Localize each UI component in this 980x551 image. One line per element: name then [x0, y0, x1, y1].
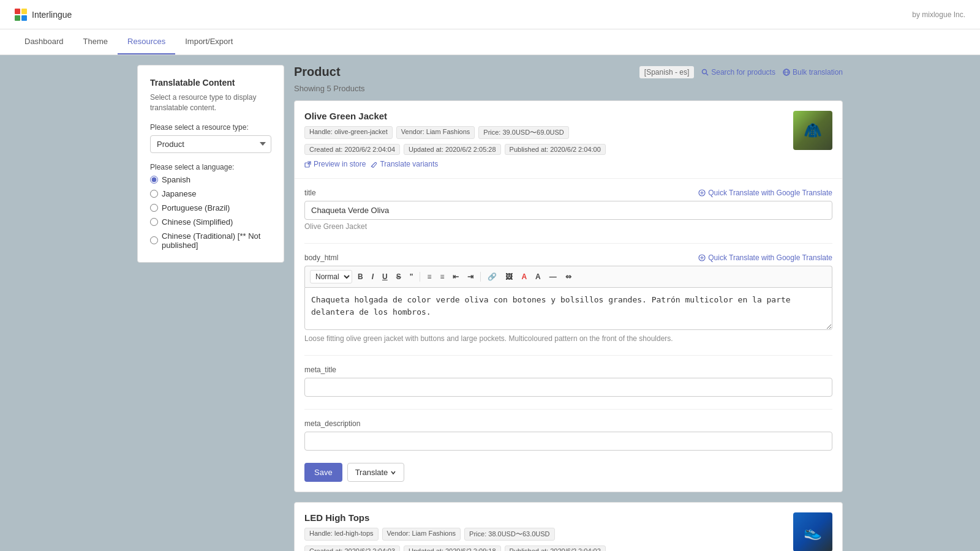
chevron-down-icon [390, 470, 396, 476]
field-editor-body-olive[interactable]: Chaqueta holgada de color verde oliva co… [304, 287, 832, 330]
app-by: by mixlogue Inc. [912, 10, 965, 19]
product-name-olive: Olive Green Jacket [304, 111, 786, 121]
toolbar-hr[interactable]: — [546, 272, 560, 282]
field-label-meta-title-olive: meta_title [304, 365, 336, 374]
field-input-meta-desc-olive[interactable] [304, 432, 832, 451]
toolbar-italic[interactable]: I [369, 272, 377, 282]
editor-toolbar-body: Normal B I U S " ≡ ≡ ⇤ ⇥ 🔗 � [304, 266, 832, 287]
search-icon [701, 69, 709, 76]
main-content: Translatable Content Select a resource t… [123, 55, 858, 551]
header-right: by mixlogue Inc. [912, 10, 965, 19]
field-label-title-olive: title [304, 189, 316, 197]
toolbar-underline[interactable]: U [379, 272, 391, 282]
language-spanish-radio[interactable] [150, 176, 158, 184]
toolbar-list-ordered[interactable]: ≡ [437, 272, 447, 282]
toolbar-bold[interactable]: B [355, 272, 366, 282]
search-products-link[interactable]: Search for products [701, 68, 775, 77]
resource-type-label: Please select a resource type: [150, 123, 271, 132]
toolbar-strikethrough[interactable]: S [393, 272, 404, 282]
translate-button-olive[interactable]: Translate [347, 463, 405, 482]
external-link-icon [304, 161, 311, 168]
nav-tabs: Dashboard Theme Resources Import/Export [0, 29, 980, 55]
content-header: Product [Spanish - es] Search for produc… [294, 65, 843, 79]
save-button-olive[interactable]: Save [304, 463, 342, 482]
toolbar-list-unordered[interactable]: ≡ [424, 272, 434, 282]
translation-fields-olive: title Quick Translate with Google Transl… [295, 179, 842, 492]
svg-rect-0 [15, 9, 20, 14]
tab-resources[interactable]: Resources [118, 29, 175, 54]
language-chinese-simplified-radio[interactable] [150, 218, 158, 226]
field-section-title-olive: title Quick Translate with Google Transl… [304, 189, 832, 231]
product-card-led-high-tops: LED High Tops Handle: led-high-tops Vend… [294, 502, 843, 551]
divider-2 [304, 355, 832, 356]
preview-store-button-olive[interactable]: Preview in store [304, 160, 366, 168]
language-radio-group: Spanish Japanese Portuguese (Brazil) Chi… [150, 175, 271, 250]
language-spanish[interactable]: Spanish [150, 175, 271, 184]
product-info-top-led: LED High Tops Handle: led-high-tops Vend… [304, 512, 832, 551]
field-input-title-olive[interactable] [304, 201, 832, 220]
field-original-body-olive: Loose fitting olive green jacket with bu… [304, 334, 832, 343]
product-name-led: LED High Tops [304, 512, 786, 523]
field-header-body-olive: body_html Quick Translate with Google Tr… [304, 253, 832, 262]
language-portuguese[interactable]: Portuguese (Brazil) [150, 203, 271, 212]
tab-import-export[interactable]: Import/Export [175, 29, 243, 54]
language-chinese-simplified[interactable]: Chinese (Simplified) [150, 217, 271, 227]
content-panel: Product [Spanish - es] Search for produc… [294, 65, 843, 551]
language-portuguese-radio[interactable] [150, 204, 158, 212]
divider-3 [304, 409, 832, 410]
translate-variants-label-olive: Translate variants [380, 160, 438, 168]
field-input-meta-title-olive[interactable] [304, 378, 832, 397]
language-badge: [Spanish - es] [639, 66, 694, 78]
product-published-olive: Published at: 2020/6/2 2:04:00 [505, 144, 606, 155]
product-info-top-olive: Olive Green Jacket Handle: olive-green-j… [304, 111, 832, 168]
app-title: Interlingue [32, 10, 72, 20]
language-chinese-traditional-radio[interactable] [150, 236, 158, 244]
page-title: Product [294, 65, 341, 79]
toolbar-font-bg[interactable]: A [532, 272, 544, 282]
product-published-led: Published at: 2020/6/2 2:04:02 [505, 545, 606, 551]
product-info-led: LED High Tops Handle: led-high-tops Vend… [295, 503, 842, 551]
toolbar-font-color[interactable]: A [518, 272, 530, 282]
field-actions-olive: Save Translate [304, 463, 832, 482]
translate-label-olive: Translate [355, 468, 388, 477]
toolbar-outdent[interactable]: ⇤ [450, 272, 462, 282]
pencil-icon [371, 161, 377, 168]
header-left: Interlingue [15, 9, 72, 21]
product-tags-led: Handle: led-high-tops Vendor: Liam Fashi… [304, 528, 786, 541]
translate-variants-button-olive[interactable]: Translate variants [371, 160, 438, 168]
toolbar-quote[interactable]: " [407, 272, 417, 282]
quick-translate-body-olive[interactable]: Quick Translate with Google Translate [698, 253, 832, 262]
toolbar-separator-2 [480, 272, 481, 282]
svg-point-4 [703, 69, 707, 73]
content-header-actions: [Spanish - es] Search for products Bulk … [639, 66, 843, 78]
toolbar-full[interactable]: ⇔ [562, 272, 575, 282]
product-tag-vendor-led: Vendor: Liam Fashions [382, 528, 461, 541]
product-tag-price: Price: 39.0USD〜69.0USD [478, 126, 568, 139]
field-header-title-olive: title Quick Translate with Google Transl… [304, 189, 832, 197]
language-japanese-radio[interactable] [150, 190, 158, 198]
field-section-meta-title-olive: meta_title [304, 365, 832, 397]
tab-theme[interactable]: Theme [74, 29, 118, 54]
showing-count: Showing 5 Products [294, 84, 843, 93]
resource-type-select[interactable]: Product Collection Blog post Page Naviga… [150, 135, 271, 153]
sidebar-description: Select a resource type to display transl… [150, 92, 271, 113]
toolbar-indent[interactable]: ⇥ [464, 272, 477, 282]
product-info-left-olive: Olive Green Jacket Handle: olive-green-j… [304, 111, 786, 168]
field-section-body-olive: body_html Quick Translate with Google Tr… [304, 253, 832, 343]
product-updated-olive: Updated at: 2020/6/2 2:05:28 [404, 144, 501, 155]
language-japanese[interactable]: Japanese [150, 189, 271, 198]
editor-format-select[interactable]: Normal [310, 270, 352, 283]
language-chinese-traditional-label: Chinese (Traditional) [** Not published] [162, 231, 271, 250]
quick-translate-title-olive[interactable]: Quick Translate with Google Translate [698, 189, 832, 197]
sidebar-title: Translatable Content [150, 78, 271, 88]
field-header-meta-desc-olive: meta_description [304, 419, 832, 428]
svg-line-5 [706, 73, 708, 75]
bulk-translation-link[interactable]: Bulk translation [783, 68, 843, 77]
product-tag-handle: Handle: olive-green-jacket [304, 126, 393, 139]
tab-dashboard[interactable]: Dashboard [15, 29, 74, 54]
language-chinese-traditional[interactable]: Chinese (Traditional) [** Not published] [150, 231, 271, 250]
svg-rect-1 [21, 9, 27, 14]
product-tag-handle-led: Handle: led-high-tops [304, 528, 379, 541]
toolbar-link[interactable]: 🔗 [484, 272, 500, 282]
toolbar-image[interactable]: 🖼 [502, 272, 516, 282]
